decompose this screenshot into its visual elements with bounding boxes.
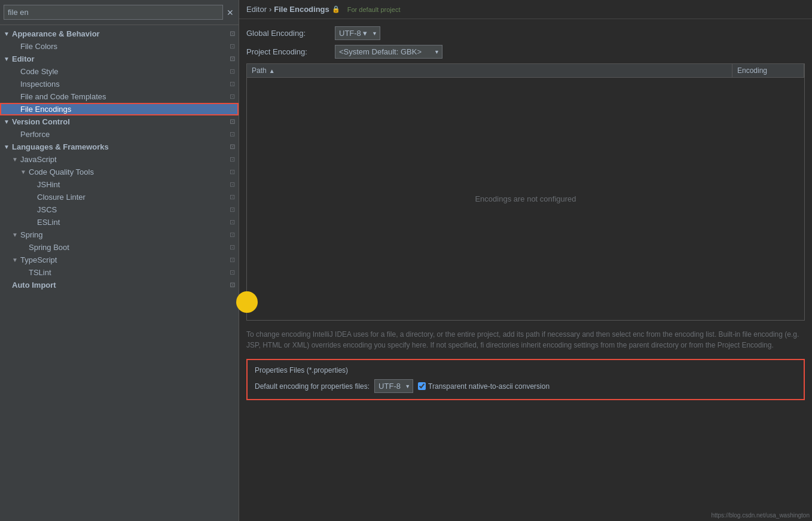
config-icon: ⊡ [230, 68, 235, 75]
sidebar-item-perforce[interactable]: Perforce ⊡ [0, 128, 239, 141]
sidebar-item-label: Editor [12, 54, 230, 63]
global-encoding-row: Global Encoding: UTF-8 ▾ [246, 26, 805, 40]
project-encoding-label: Project Encoding: [246, 47, 330, 56]
hint-text: To change encoding IntelliJ IDEA uses fo… [246, 325, 805, 354]
sidebar-item-version-control[interactable]: ▼ Version Control ⊡ [0, 115, 239, 128]
config-icon: ⊡ [230, 168, 235, 176]
sidebar-item-tslint[interactable]: TSLint ⊡ [0, 266, 239, 279]
sidebar-item-jscs[interactable]: JSCS ⊡ [0, 203, 239, 216]
sidebar-item-file-code-templates[interactable]: File and Code Templates ⊡ [0, 90, 239, 103]
search-clear-button[interactable]: ✕ [225, 8, 235, 17]
sidebar-item-languages-frameworks[interactable]: ▼ Languages & Frameworks ⊡ [0, 141, 239, 153]
settings-body: Global Encoding: UTF-8 ▾ Project Encodin… [239, 19, 812, 521]
sidebar-item-spring[interactable]: ▼ Spring ⊡ [0, 228, 239, 241]
config-icon: ⊡ [230, 30, 235, 38]
project-encoding-select[interactable]: <System Default: GBK> [335, 45, 442, 59]
sidebar-item-label: Auto Import [12, 281, 230, 290]
sidebar-item-inspections[interactable]: Inspections ⊡ [0, 78, 239, 90]
global-encoding-select-wrapper: UTF-8 ▾ [335, 26, 380, 40]
project-encoding-row: Project Encoding: <System Default: GBK> [246, 45, 805, 59]
sidebar-item-label: Spring [20, 230, 230, 239]
global-encoding-select[interactable]: UTF-8 ▾ [335, 26, 380, 40]
breadcrumb-current: File Encodings [274, 5, 329, 14]
config-icon: ⊡ [230, 42, 235, 50]
sidebar-item-label: File Colors [20, 42, 230, 51]
expand-arrow-appearance: ▼ [4, 31, 12, 37]
transparent-conversion-wrapper: Transparent native-to-ascii conversion [418, 382, 550, 391]
search-input[interactable] [4, 5, 223, 20]
table-empty-message: Encodings are not configured [247, 78, 804, 320]
sidebar-item-label: File and Code Templates [20, 92, 230, 101]
sidebar-item-label: TypeScript [20, 255, 230, 264]
path-column-header: Path ▲ [247, 64, 732, 77]
sidebar-item-javascript[interactable]: ▼ JavaScript ⊡ [0, 153, 239, 166]
encoding-column-header: Encoding [732, 64, 804, 77]
config-icon: ⊡ [230, 281, 235, 289]
sidebar-item-label: Code Style [20, 67, 230, 76]
sidebar-item-file-colors[interactable]: File Colors ⊡ [0, 40, 239, 53]
table-header: Path ▲ Encoding [247, 64, 804, 78]
watermark: https://blog.csdn.net/usa_washington [711, 512, 810, 519]
sidebar-item-label: JSCS [37, 205, 230, 214]
props-encoding-select-wrapper: UTF-8 [374, 379, 413, 393]
expand-arrow-editor: ▼ [4, 56, 12, 62]
config-icon: ⊡ [230, 218, 235, 226]
expand-arrow-ts: ▼ [12, 257, 20, 263]
sidebar-item-label: ESLint [37, 218, 230, 227]
encoding-header-label: Encoding [737, 66, 767, 75]
expand-arrow-lf: ▼ [4, 144, 12, 150]
lock-icon: 🔒 [332, 5, 340, 13]
sidebar-item-typescript[interactable]: ▼ TypeScript ⊡ [0, 254, 239, 266]
sidebar-item-code-quality-tools[interactable]: ▼ Code Quality Tools ⊡ [0, 166, 239, 178]
breadcrumb-separator: › [269, 5, 271, 14]
main-content: Editor › File Encodings 🔒 For default pr… [239, 0, 812, 521]
for-default-label: For default project [347, 6, 401, 13]
config-icon: ⊡ [230, 269, 235, 276]
properties-title: Properties Files (*.properties) [255, 366, 796, 374]
sidebar-item-appearance[interactable]: ▼ Appearance & Behavior ⊡ [0, 28, 239, 40]
transparent-conversion-label: Transparent native-to-ascii conversion [428, 382, 550, 391]
config-icon: ⊡ [230, 105, 235, 113]
sidebar-item-label: Closure Linter [37, 193, 230, 202]
sidebar-item-label: File Encodings [20, 105, 230, 114]
project-encoding-select-wrapper: <System Default: GBK> [335, 45, 442, 59]
sidebar-item-label: Perforce [20, 130, 230, 139]
sort-arrow-icon: ▲ [269, 68, 275, 74]
sidebar-item-auto-import[interactable]: Auto Import ⊡ [0, 279, 239, 291]
config-icon: ⊡ [230, 118, 235, 126]
sidebar-item-label: Spring Boot [29, 243, 230, 252]
sidebar-item-eslint[interactable]: ESLint ⊡ [0, 216, 239, 228]
sidebar-item-label: Appearance & Behavior [12, 29, 230, 38]
sidebar-item-closure-linter[interactable]: Closure Linter ⊡ [0, 191, 239, 203]
config-icon: ⊡ [230, 55, 235, 63]
config-icon: ⊡ [230, 143, 235, 151]
config-icon: ⊡ [230, 193, 235, 201]
sidebar-item-file-encodings[interactable]: File Encodings ⊡ [0, 103, 239, 115]
config-icon: ⊡ [230, 93, 235, 100]
transparent-conversion-checkbox[interactable] [418, 382, 426, 390]
path-header-label: Path [252, 66, 267, 75]
sidebar-item-editor[interactable]: ▼ Editor ⊡ [0, 53, 239, 65]
sidebar-item-code-style[interactable]: Code Style ⊡ [0, 65, 239, 78]
breadcrumb-parent: Editor [246, 5, 267, 14]
encoding-table: Path ▲ Encoding Encodings are not config… [246, 63, 805, 321]
breadcrumb: Editor › File Encodings 🔒 For default pr… [239, 0, 812, 19]
sidebar-item-label: Inspections [20, 80, 230, 89]
props-encoding-label: Default encoding for properties files: [255, 382, 370, 391]
config-icon: ⊡ [230, 80, 235, 88]
sidebar-item-label: Version Control [12, 117, 230, 126]
search-bar: ✕ [0, 0, 239, 25]
sidebar-item-spring-boot[interactable]: Spring Boot ⊡ [0, 241, 239, 254]
expand-arrow-spring: ▼ [12, 231, 20, 238]
sidebar-item-label: Code Quality Tools [29, 167, 230, 176]
config-icon: ⊡ [230, 243, 235, 251]
config-icon: ⊡ [230, 156, 235, 163]
sidebar-item-label: JSHint [37, 180, 230, 189]
sidebar-item-label: TSLint [29, 268, 230, 277]
sidebar-item-label: JavaScript [20, 155, 230, 164]
config-icon: ⊡ [230, 130, 235, 138]
props-encoding-select[interactable]: UTF-8 [374, 379, 413, 393]
config-icon: ⊡ [230, 256, 235, 264]
config-icon: ⊡ [230, 231, 235, 239]
sidebar-item-jshint[interactable]: JSHint ⊡ [0, 178, 239, 191]
